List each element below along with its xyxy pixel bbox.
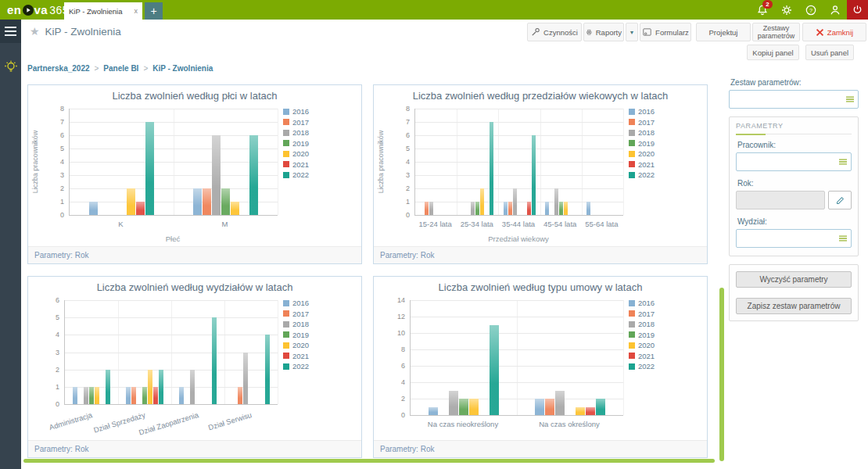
wydzial-label: Wydział: xyxy=(737,217,852,226)
legend-label: 2021 xyxy=(638,160,655,169)
list-picker-icon[interactable] xyxy=(845,95,855,103)
legend-item-2022[interactable]: 2022 xyxy=(629,170,655,179)
bar-2018 xyxy=(471,202,475,215)
legend-item-2021[interactable]: 2021 xyxy=(629,160,655,169)
bar-2016 xyxy=(586,202,590,215)
y-tick-label: 4 xyxy=(38,331,59,338)
legend-item-2016[interactable]: 2016 xyxy=(283,299,309,307)
wydzial-input[interactable] xyxy=(736,229,852,248)
legend-item-2020[interactable]: 2020 xyxy=(629,149,655,158)
bar-2018 xyxy=(555,391,565,416)
zestaw-parametrow-input[interactable] xyxy=(729,90,859,109)
legend-swatch xyxy=(629,353,635,359)
y-tick-label: 3 xyxy=(42,171,64,179)
user-icon[interactable] xyxy=(823,0,847,20)
legend-item-2018[interactable]: 2018 xyxy=(629,128,655,137)
help-icon[interactable]: ? xyxy=(798,0,823,20)
legend-item-2022[interactable]: 2022 xyxy=(629,362,655,371)
legend-item-2021[interactable]: 2021 xyxy=(629,352,655,360)
legend-label: 2021 xyxy=(638,352,655,360)
raporty-button[interactable]: Raporty xyxy=(583,23,624,41)
legend-item-2020[interactable]: 2020 xyxy=(283,341,309,349)
legend-item-2019[interactable]: 2019 xyxy=(283,139,309,148)
legend-swatch xyxy=(283,161,289,167)
settings-gear-icon[interactable] xyxy=(774,0,798,20)
breadcrumb: Partnerska_2022 > Panele BI > KiP - Zwol… xyxy=(27,64,213,73)
rok-input[interactable] xyxy=(736,191,825,209)
legend-item-2018[interactable]: 2018 xyxy=(283,128,309,137)
legend-swatch xyxy=(283,109,289,115)
x-axis-title: Przedział wiekowy xyxy=(414,234,622,243)
y-tick-label: 4 xyxy=(383,378,405,386)
tab-close-icon[interactable]: x xyxy=(135,7,138,15)
list-picker-icon[interactable] xyxy=(838,158,848,166)
legend-swatch xyxy=(283,151,289,157)
y-tick-label: 3 xyxy=(38,349,59,356)
czynnosci-button[interactable]: Czynności xyxy=(527,23,582,41)
chart-plec: Liczba zwolnień według płci w latach0123… xyxy=(28,85,361,246)
notifications-bell-icon[interactable]: 2 xyxy=(750,0,774,20)
lightbulb-icon[interactable] xyxy=(0,60,21,74)
legend-item-2018[interactable]: 2018 xyxy=(629,320,655,328)
chart-panel-umowy: Liczba zwolnień według typu umowy w lata… xyxy=(373,276,708,458)
bar-2022 xyxy=(159,370,163,404)
legend-item-2016[interactable]: 2016 xyxy=(629,299,655,307)
y-tick-label: 4 xyxy=(388,158,410,166)
y-axis-title: Liczba pracowników xyxy=(31,131,39,194)
chart-footer: Parametry: Rok xyxy=(374,246,707,263)
chart-title: Liczba zwolnień według przedziałów wieko… xyxy=(374,90,707,102)
breadcrumb-item-current[interactable]: KiP - Zwolnienia xyxy=(152,64,213,73)
kopiuj-panel-button[interactable]: Kopiuj panel xyxy=(747,45,799,60)
breadcrumb-item-panele-bi[interactable]: Panele BI xyxy=(103,64,138,73)
bar-2018 xyxy=(554,188,558,215)
legend-item-2016[interactable]: 2016 xyxy=(629,107,655,116)
legend-item-2022[interactable]: 2022 xyxy=(283,170,309,179)
menu-hamburger-icon[interactable] xyxy=(0,20,21,43)
usun-panel-button[interactable]: Usuń panel xyxy=(805,45,854,60)
zamknij-button[interactable]: Zamknij xyxy=(802,23,866,41)
legend-item-2020[interactable]: 2020 xyxy=(629,341,655,349)
new-tab-button[interactable]: + xyxy=(145,2,163,20)
zapisz-zestaw-button[interactable]: Zapisz zestaw parametrów xyxy=(736,298,852,314)
legend-item-2019[interactable]: 2019 xyxy=(629,139,655,148)
raporty-dropdown-button[interactable]: ▼ xyxy=(626,23,638,41)
legend-swatch xyxy=(283,310,289,317)
legend-item-2018[interactable]: 2018 xyxy=(283,320,309,328)
legend-swatch xyxy=(283,130,289,136)
breadcrumb-item-root[interactable]: Partnerska_2022 xyxy=(27,64,90,73)
legend-item-2019[interactable]: 2019 xyxy=(629,331,655,339)
logout-power-button[interactable] xyxy=(847,0,868,20)
legend-item-2017[interactable]: 2017 xyxy=(629,118,655,127)
legend-item-2017[interactable]: 2017 xyxy=(283,310,309,318)
chart-umowy: Liczba zwolnień według typu umowy w lata… xyxy=(374,277,707,440)
tab-kip-zwolnienia[interactable]: KiP - Zwolnienia x xyxy=(64,2,142,20)
projektuj-button[interactable]: Projektuj xyxy=(696,23,751,41)
wyczysc-parametry-button[interactable]: Wyczyść parametry xyxy=(736,271,852,288)
legend-item-2016[interactable]: 2016 xyxy=(283,107,309,116)
legend-item-2020[interactable]: 2020 xyxy=(283,149,309,158)
legend-item-2019[interactable]: 2019 xyxy=(283,331,309,339)
projektuj-label: Projektuj xyxy=(709,28,738,37)
legend-item-2021[interactable]: 2021 xyxy=(283,160,309,169)
zestawy-label-line1: Zestawy xyxy=(758,24,795,32)
legend-item-2017[interactable]: 2017 xyxy=(629,310,655,318)
x-axis-title: Płeć xyxy=(69,234,277,243)
zestawy-parametrow-button[interactable]: Zestawy parametrów xyxy=(752,23,800,41)
favorite-star-icon[interactable]: ★ xyxy=(30,25,40,38)
chart-footer: Parametry: Rok xyxy=(28,440,361,457)
legend-label: 2017 xyxy=(292,310,309,318)
y-tick-label: 7 xyxy=(388,118,410,126)
rok-edit-button[interactable] xyxy=(828,191,852,209)
horizontal-scrollbar[interactable] xyxy=(23,459,715,463)
formularz-button[interactable]: Formularz xyxy=(640,23,691,41)
legend-swatch xyxy=(283,342,289,349)
category-label: 25-34 lata xyxy=(456,220,497,228)
legend-label: 2020 xyxy=(638,149,655,158)
list-picker-icon[interactable] xyxy=(838,234,848,242)
pracownik-input[interactable] xyxy=(736,152,852,171)
y-tick-label: 10 xyxy=(383,329,405,337)
legend-item-2021[interactable]: 2021 xyxy=(283,352,309,360)
legend-item-2022[interactable]: 2022 xyxy=(283,362,309,371)
vertical-scrollbar[interactable] xyxy=(719,288,724,461)
legend-item-2017[interactable]: 2017 xyxy=(283,118,309,127)
